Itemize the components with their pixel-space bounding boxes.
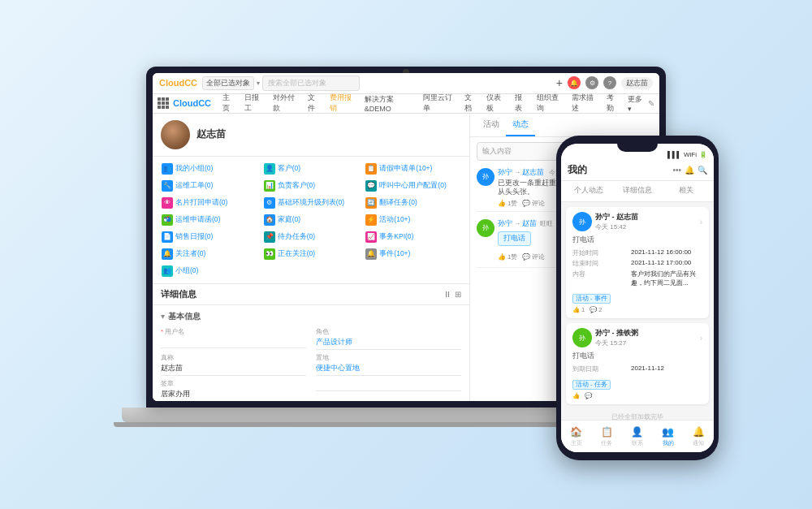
field-role-value[interactable]: 产品设计师 (316, 337, 461, 350)
phone-card-1-like[interactable]: 👍 1 (572, 306, 585, 313)
phone-card-1: 孙 孙宁 - 赵志苗 今天 15:42 › 打电话 开始时间 2021-11-1… (566, 207, 709, 318)
phone-nav-notifications[interactable]: 🔔 通知 (683, 426, 714, 447)
nav-item-payment[interactable]: 对外付款 (269, 91, 303, 115)
settings-icon[interactable]: ⚙ (585, 76, 598, 89)
qa-following-label: 正在关注(0) (278, 249, 315, 259)
nav-item-attendance[interactable]: 考勤 (603, 91, 624, 115)
phone-nav-contacts-label: 联系 (632, 439, 643, 447)
phone-card-2-type: 打电话 (572, 351, 702, 361)
field-location-label: 置地 (316, 353, 461, 362)
phone-nav-contacts[interactable]: 👤 联系 (622, 426, 653, 447)
qa-kpi[interactable]: 📈 事务KPI(0) (363, 230, 463, 244)
plus-button[interactable]: + (556, 76, 563, 89)
qa-env-upgrade[interactable]: ⚙ 基础环境升级列表(0) (261, 196, 361, 210)
field-nickname-value[interactable]: 赵志苗 (161, 363, 306, 376)
phone-signal-icon: ▌▌▌ (667, 151, 681, 158)
qa-manage-customer[interactable]: 📊 负责客户(0) (261, 179, 361, 193)
nav-item-home[interactable]: 主页 (218, 91, 240, 115)
qa-sales-daily-label: 销售日报(0) (175, 232, 213, 242)
phone-nav-mine[interactable]: 👥 我的 (653, 426, 684, 447)
nav-bar: CloudCC 主页 日报工 对外付款 文件 费用报销 解决方案&DEMO 阿里… (153, 94, 659, 114)
nav-item-dashboard[interactable]: 仪表板 (482, 91, 510, 115)
detail-pause-icon[interactable]: ⏸ (443, 290, 451, 299)
tab-activity[interactable]: 活动 (477, 114, 506, 136)
qa-leave-apply[interactable]: 📋 请假申请单(10+) (363, 162, 463, 176)
qa-translate[interactable]: 🔄 翻译任务(0) (363, 196, 463, 210)
tab-dynamic[interactable]: 动态 (506, 114, 535, 136)
field-location-value[interactable]: 便捷中心置地 (316, 363, 461, 376)
section-toggle-icon[interactable]: ▾ (161, 312, 165, 321)
nav-edit-icon[interactable]: ✎ (648, 99, 654, 108)
phone-tab-related[interactable]: 相关 (662, 181, 710, 201)
feed-comment-2[interactable]: 💬 评论 (522, 251, 545, 264)
profile-section: 赵志苗 (153, 114, 469, 157)
phone-field-due-label: 到期日期 (572, 364, 629, 373)
phone-card-2-comment[interactable]: 💬 (585, 392, 592, 399)
qa-callcenter[interactable]: 💬 呼叫中心用户配置(0) (363, 179, 463, 193)
detail-expand-icon[interactable]: ⊞ (455, 290, 461, 299)
phone-header: 我的 ••• 🔔 🔍 (561, 160, 714, 181)
phone-card-2: 孙 孙宁 - 推铁粥 今天 15:27 › 打电话 到期日期 2021-11-1… (566, 323, 709, 404)
nav-item-reports[interactable]: 报表 (511, 91, 532, 115)
phone-card-1-info: 孙宁 - 赵志苗 今天 15:42 (595, 212, 638, 231)
feed-comment-1[interactable]: 💬 评论 (522, 199, 545, 208)
feed-avatar-2: 孙 (477, 219, 495, 237)
qa-small-group[interactable]: 👥 小组(0) (159, 264, 259, 278)
detail-section: 详细信息 ⏸ ⊞ ▾ 基本信息 (153, 284, 469, 401)
nav-item-docs[interactable]: 文档 (460, 91, 482, 115)
qa-namecard-icon: 👁 (162, 197, 173, 209)
nav-item-requirements[interactable]: 需求描述 (568, 91, 602, 115)
feed-like-1[interactable]: 👍 1赞 (498, 199, 517, 208)
field-signature: 签章 居家办用 (161, 379, 306, 401)
nav-item-files[interactable]: 文件 (304, 91, 325, 115)
search-scope-select[interactable]: 全部已选对象 (202, 76, 254, 90)
phone-more-icon[interactable]: ••• (672, 166, 681, 175)
help-icon[interactable]: ? (603, 76, 616, 89)
nav-item-aliyun[interactable]: 阿里云订单 (419, 91, 460, 115)
qa-my-group-icon: 👥 (162, 163, 173, 175)
nav-item-daily[interactable]: 日报工 (240, 91, 268, 115)
user-name-tag[interactable]: 赵志苗 (621, 77, 653, 89)
phone-card-2-like[interactable]: 👍 (572, 392, 580, 399)
qa-callcenter-label: 呼叫中心用户配置(0) (379, 181, 446, 191)
qa-todo-tasks[interactable]: 📌 待办任务(0) (261, 230, 361, 244)
nav-more-dropdown[interactable]: 更多▾ (624, 93, 647, 114)
phone-title: 我的 (568, 163, 587, 177)
phone-field-content: 内容 客户对我们的产品有兴趣，约下周二见面... (572, 270, 702, 287)
phone-card-1-chevron[interactable]: › (700, 218, 702, 226)
qa-following[interactable]: 👀 正在关注(0) (261, 247, 361, 261)
phone-nav-tasks[interactable]: 📋 任务 (592, 426, 623, 447)
phone-bell-icon[interactable]: 🔔 (685, 166, 694, 175)
qa-events[interactable]: 🔔 事件(10+) (363, 247, 463, 261)
phone-card-2-chevron[interactable]: › (700, 334, 702, 343)
qa-family[interactable]: 🏠 家庭(0) (261, 213, 361, 227)
nav-item-solutions[interactable]: 解决方案&DEMO (361, 93, 418, 114)
qa-maint-apply[interactable]: 📬 运维申请函(0) (159, 213, 259, 227)
feed-action-label-2: 旺旺 (540, 219, 553, 228)
phone-nav-home-label: 主页 (571, 439, 582, 447)
app-grid-icon[interactable] (158, 97, 169, 109)
phone-tab-detail[interactable]: 详细信息 (613, 181, 662, 201)
nav-item-expense[interactable]: 费用报销 (326, 91, 360, 115)
field-signature-value[interactable]: 居家办用 (161, 389, 306, 401)
phone-card-1-comment[interactable]: 💬 2 (590, 306, 602, 313)
qa-my-group[interactable]: 👥 我的小组(0) (159, 162, 259, 176)
phone-nav-home[interactable]: 🏠 主页 (561, 426, 592, 447)
qa-sales-daily[interactable]: 📄 销售日报(0) (159, 230, 259, 244)
search-input[interactable]: 搜索全部已选对象 (262, 75, 360, 91)
qa-work-order[interactable]: 🔧 运维工单(0) (159, 179, 259, 193)
qa-events-icon: 🔔 (365, 248, 377, 260)
qa-customer[interactable]: 👤 客户(0) (261, 162, 361, 176)
phone-search-icon[interactable]: 🔍 (698, 166, 707, 175)
qa-activities[interactable]: ⚡ 活动(10+) (363, 213, 463, 227)
nav-item-org[interactable]: 组织查询 (533, 91, 567, 115)
field-username-value[interactable] (161, 337, 306, 348)
feed-like-2[interactable]: 👍 1赞 (498, 251, 517, 264)
notification-bell[interactable]: 🔔 (568, 76, 581, 89)
feed-arrow-2: → (514, 220, 520, 227)
qa-followers[interactable]: 🔔 关注者(0) (159, 247, 259, 261)
phone-tab-personal[interactable]: 个人动态 (564, 181, 613, 201)
field-role-label: 角色 (316, 327, 461, 336)
qa-namecard[interactable]: 👁 名片打回申请(0) (159, 196, 259, 210)
phone-card-1-title: 孙宁 - 赵志苗 (595, 212, 638, 222)
